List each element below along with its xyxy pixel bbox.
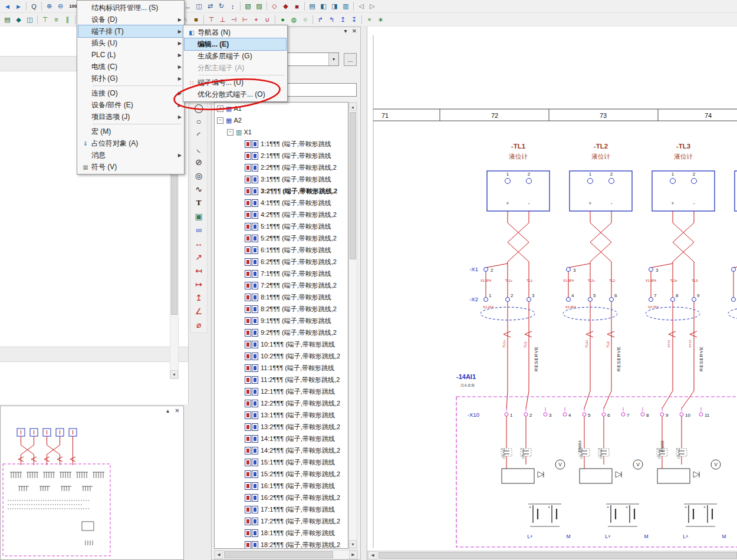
connection-point-button[interactable]: ∗	[375, 14, 386, 25]
tree-item-A2[interactable]: −▦A2	[215, 114, 348, 126]
stretch-button[interactable]: ↕	[227, 1, 238, 12]
corner-down-button[interactable]: ↰	[326, 14, 337, 25]
radius-dimension-tool-button[interactable]: ⌀	[192, 318, 206, 331]
menu-item-optimize-distributed-terminals[interactable]: 优化分散式端子... (O)	[185, 88, 286, 100]
arc-tool-button[interactable]: ◜	[192, 128, 206, 141]
filter-browse-button[interactable]: ...	[344, 53, 357, 66]
tree-item-15-2[interactable]: 15:2¶¶¶ (端子,带鞍形跳线,2	[215, 468, 348, 480]
corner-up-button[interactable]: ↱	[315, 14, 326, 25]
scroll-down-button[interactable]: ▼	[349, 540, 357, 548]
tree-item-15-1[interactable]: 15:1¶¶¶ (端子,带鞍形跳线	[215, 456, 348, 468]
tree-item-17-1[interactable]: 17:1¶¶¶ (端子,带鞍形跳线	[215, 503, 348, 515]
insert-device-button[interactable]: ◆	[13, 14, 24, 25]
menu-item-generate-multi-level-terminals[interactable]: 生成多层端子 (G)	[185, 50, 286, 62]
tree-item-12-2[interactable]: 12:2¶¶¶ (端子,带鞍形跳线,2	[215, 397, 348, 409]
terminal-strip-button[interactable]: ≡	[51, 14, 62, 25]
scroll-left-button[interactable]: ◀	[215, 551, 223, 559]
page-navigator-button[interactable]: ◧	[318, 1, 329, 12]
tree-item-11-1[interactable]: 11:1¶¶¶ (端子,带鞍形跳线	[215, 362, 348, 374]
scrollbar-thumb[interactable]	[379, 552, 737, 559]
canvas-horizontal-scrollbar[interactable]: ◀	[367, 551, 737, 560]
menu-item-macros[interactable]: 宏 (M)	[78, 126, 183, 137]
dimension-tool-button[interactable]: ↔	[192, 236, 206, 250]
circle-through-points-tool-button[interactable]: ○	[192, 114, 206, 128]
t-node-right-button[interactable]: ⊢	[239, 14, 251, 25]
terminal-button[interactable]: ⊤	[40, 14, 51, 25]
menu-item-messages[interactable]: 消息▶	[78, 149, 183, 161]
tree-item-6-2[interactable]: 6:2¶¶¶ (端子,带鞍形跳线,2	[215, 256, 348, 268]
find-button[interactable]: Q	[28, 1, 40, 12]
tree-item-11-2[interactable]: 11:2¶¶¶ (端子,带鞍形跳线,2	[215, 374, 348, 386]
tree-item-6-1[interactable]: 6:1¶¶¶ (端子,带鞍形跳线	[215, 244, 348, 256]
symbol-tree-button[interactable]: ▤	[2, 14, 13, 25]
tree-item-A1[interactable]: +▦A1	[215, 103, 348, 114]
tree-item-8-2[interactable]: 8:2¶¶¶ (端子,带鞍形跳线,2	[215, 303, 348, 315]
multi-level-terminal-button[interactable]: ∥	[62, 14, 73, 25]
next-window-button[interactable]: ▷	[367, 1, 378, 12]
potential-definition-button[interactable]: ◍	[288, 14, 300, 25]
scroll-up-button[interactable]: ▲	[349, 103, 357, 111]
scroll-left-button[interactable]: ◀	[368, 551, 377, 559]
zoom-in-button[interactable]: ⊕	[44, 1, 55, 12]
busbar-button[interactable]: ■	[190, 14, 202, 25]
chevron-down-icon[interactable]: ▾	[328, 53, 338, 65]
page-next-button[interactable]: ►	[13, 1, 24, 12]
tree-item-13-2[interactable]: 13:2¶¶¶ (端子,带鞍形跳线,2	[215, 421, 348, 433]
tree-item-7-2[interactable]: 7:2¶¶¶ (端子,带鞍形跳线,2	[215, 279, 348, 291]
insert-macro-button[interactable]: ◆	[280, 1, 291, 12]
hyperlink-tool-button[interactable]: ∞	[192, 223, 206, 236]
net-definition-button[interactable]: ○	[300, 14, 311, 25]
connection-cross-button[interactable]: +	[251, 14, 262, 25]
scrollbar-thumb[interactable]	[350, 112, 356, 259]
expand-box[interactable]: +	[217, 106, 223, 112]
tree-item-7-1[interactable]: 7:1¶¶¶ (端子,带鞍形跳线	[215, 268, 348, 279]
ellipse-tool-button[interactable]: ◎	[192, 169, 206, 182]
panel-close-button[interactable]: ✕	[350, 28, 358, 34]
tree-item-5-1[interactable]: 5:1¶¶¶ (端子,带鞍形跳线	[215, 220, 348, 232]
menu-item-terminal-numbering[interactable]: ∷端子编号... (U)	[185, 77, 286, 88]
arc-through-points-tool-button[interactable]: ◟	[192, 141, 206, 155]
panel-collapse-button[interactable]: ▴	[164, 407, 172, 414]
potential-point-button[interactable]: ●	[277, 14, 288, 25]
tree-item-X1[interactable]: −▥X1	[215, 126, 348, 138]
tree-item-9-1[interactable]: 9:1¶¶¶ (端子,带鞍形跳线	[215, 315, 348, 327]
copy-button[interactable]: ◫	[193, 1, 205, 12]
image-tool-button[interactable]: ▣	[192, 209, 206, 223]
menu-item-edit[interactable]: 编辑... (E)	[185, 38, 286, 50]
menu-item-topology[interactable]: 拓扑 (G)▶	[78, 73, 183, 84]
menu-item-devices-parts[interactable]: 设备/部件 (E)▶	[78, 99, 183, 111]
scroll-right-button[interactable]: ▶	[349, 551, 357, 559]
panel-close-button[interactable]: ✕	[173, 407, 181, 414]
tree-item-4-2[interactable]: 4:2¶¶¶ (端子,带鞍形跳线,2	[215, 209, 348, 220]
tree-item-9-2[interactable]: 9:2¶¶¶ (端子,带鞍形跳线,2	[215, 327, 348, 338]
text-tool-button[interactable]: T	[192, 196, 206, 209]
assign-device-button[interactable]: ◫	[24, 14, 35, 25]
tree-item-2-2[interactable]: 2:2¶¶¶ (端子,带鞍形跳线,2	[215, 162, 348, 173]
tree-item-5-2[interactable]: 5:2¶¶¶ (端子,带鞍形跳线,2	[215, 232, 348, 244]
jumper-button[interactable]: ∪	[262, 14, 273, 25]
tree-item-10-1[interactable]: 10:1¶¶¶ (端子,带鞍形跳线	[215, 338, 348, 350]
zoom-out-button[interactable]: ⊖	[55, 1, 66, 12]
continued-dimension-tool-button[interactable]: ↤	[192, 263, 206, 277]
mirror-button[interactable]: ⇄	[205, 1, 216, 12]
tree-item-16-1[interactable]: 16:1¶¶¶ (端子,带鞍形跳线	[215, 480, 348, 492]
tree-item-1-1[interactable]: 1:1¶¶¶ (端子,带鞍形跳线	[215, 138, 348, 150]
schematic-canvas[interactable]: 71727374-TL1液位计1+2-2123X1-2F4TL1+TL1-X2-…	[367, 27, 737, 560]
baseline-dimension-tool-button[interactable]: ↦	[192, 277, 206, 291]
ungroup-button[interactable]: ▨	[254, 1, 265, 12]
menu-item-project-options[interactable]: 项目选项 (J)▶	[78, 111, 183, 123]
t-node-down-button[interactable]: ⊤	[206, 14, 217, 25]
tree-horizontal-scrollbar[interactable]: ◀ ▶	[214, 550, 358, 559]
tree-item-16-2[interactable]: 16:2¶¶¶ (端子,带鞍形跳线,2	[215, 492, 348, 503]
aligned-dimension-tool-button[interactable]: ↗	[192, 250, 206, 263]
circle-tool-button[interactable]: ◯	[192, 101, 206, 114]
menu-item-navigator[interactable]: ◧导航器 (N)	[185, 27, 286, 38]
angle-dimension-tool-button[interactable]: ∠	[192, 304, 206, 318]
tree-item-10-2[interactable]: 10:2¶¶¶ (端子,带鞍形跳线,2	[215, 350, 348, 362]
tree-item-18-2[interactable]: 18:2¶¶¶ (端子,带鞍形跳线,2	[215, 539, 348, 549]
menu-item-cables[interactable]: 电缆 (C)▶	[78, 61, 183, 73]
collapse-box[interactable]: −	[217, 117, 223, 124]
tree-item-3-1[interactable]: 3:1¶¶¶ (端子,带鞍形跳线	[215, 173, 348, 185]
scrollbar-thumb[interactable]	[224, 551, 333, 558]
tree-item-12-1[interactable]: 12:1¶¶¶ (端子,带鞍形跳线	[215, 386, 348, 397]
